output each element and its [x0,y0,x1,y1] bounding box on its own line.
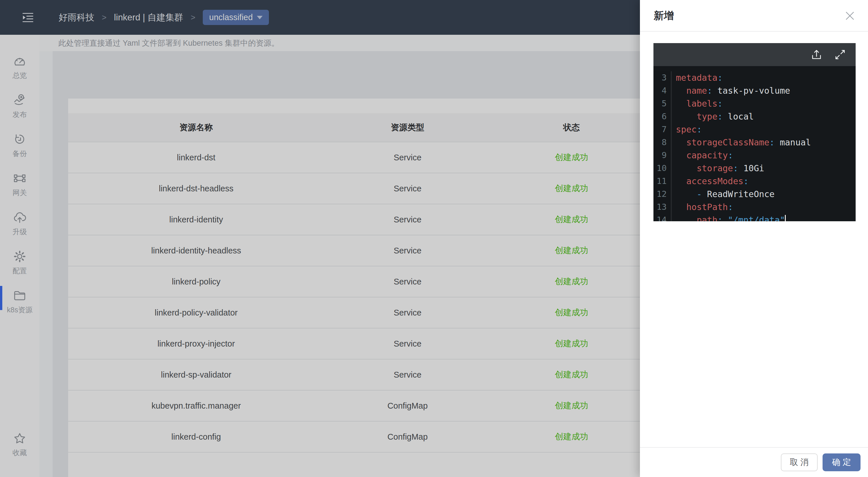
text-cursor [785,215,786,221]
line-number: 7 [653,123,672,136]
code-line: 4 name: task-pv-volume [653,84,856,97]
code-line-content: accessModes: [672,175,749,188]
drawer-header: 新增 [640,0,868,32]
line-number: 4 [653,84,672,97]
code-line-content: labels: [672,97,723,110]
yaml-code-area[interactable]: 3metadata:4 name: task-pv-volume5 labels… [653,66,856,221]
code-line-content: hostPath: [672,201,733,213]
drawer-body: 3metadata:4 name: task-pv-volume5 labels… [640,32,868,221]
code-line: 8 storageClassName: manual [653,136,856,149]
cancel-button[interactable]: 取 消 [781,453,818,471]
code-line: 11 accessModes: [653,175,856,188]
code-line-content: path: "/mnt/data" [672,213,786,221]
code-line: 14 path: "/mnt/data" [653,213,856,221]
code-line-content: capacity: [672,149,733,162]
code-line-content: storage: 10Gi [672,162,764,175]
line-number: 10 [653,162,672,175]
code-line: 9 capacity: [653,149,856,162]
code-line: 12 - ReadWriteOnce [653,188,856,201]
drawer-footer: 取 消 确 定 [640,447,868,477]
line-number: 12 [653,188,672,201]
confirm-button[interactable]: 确 定 [823,453,861,471]
code-line-content: name: task-pv-volume [672,84,790,97]
line-number: 9 [653,149,672,162]
drawer-title: 新增 [654,9,674,23]
code-line-content: type: local [672,110,754,123]
drawer-new-resource: 新增 3metadata:4 name: task-pv-volume5 lab… [640,0,868,477]
fullscreen-icon[interactable] [834,48,846,61]
code-line: 13 hostPath: [653,201,856,213]
line-number: 3 [653,71,672,84]
yaml-editor: 3metadata:4 name: task-pv-volume5 labels… [653,43,856,221]
app-window: 好雨科技>linkerd | 自建集群> unclassified 总览发布备份… [0,0,868,477]
close-icon[interactable] [843,9,857,23]
line-number: 13 [653,201,672,213]
line-number: 5 [653,97,672,110]
line-number: 11 [653,175,672,188]
code-line-content: storageClassName: manual [672,136,811,149]
code-line-content: spec: [672,123,702,136]
code-line: 7spec: [653,123,856,136]
code-line-content: - ReadWriteOnce [672,188,775,201]
code-line: 10 storage: 10Gi [653,162,856,175]
code-line: 6 type: local [653,110,856,123]
code-line: 5 labels: [653,97,856,110]
line-number: 6 [653,110,672,123]
line-number: 14 [653,213,672,221]
code-line: 3metadata: [653,71,856,84]
editor-toolbar [653,43,856,66]
line-number: 8 [653,136,672,149]
upload-icon[interactable] [810,48,823,61]
code-line-content: metadata: [672,71,723,84]
